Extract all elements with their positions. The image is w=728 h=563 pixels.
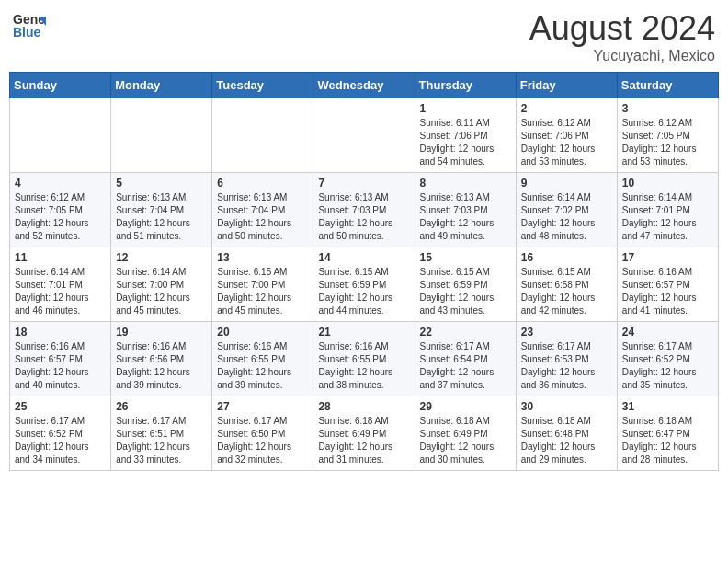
day-number: 7 — [318, 177, 409, 190]
day-info: Sunrise: 6:12 AM Sunset: 7:05 PM Dayligh… — [15, 191, 106, 243]
week-row-1: 1Sunrise: 6:11 AM Sunset: 7:06 PM Daylig… — [10, 98, 719, 173]
logo-icon: General Blue — [13, 9, 46, 46]
day-info: Sunrise: 6:13 AM Sunset: 7:03 PM Dayligh… — [318, 191, 409, 243]
column-header-friday: Friday — [516, 73, 617, 98]
day-info: Sunrise: 6:16 AM Sunset: 6:56 PM Dayligh… — [116, 340, 207, 392]
day-info: Sunrise: 6:15 AM Sunset: 6:59 PM Dayligh… — [318, 266, 409, 317]
day-number: 30 — [521, 400, 612, 413]
week-row-4: 18Sunrise: 6:16 AM Sunset: 6:57 PM Dayli… — [10, 322, 719, 396]
day-info: Sunrise: 6:15 AM Sunset: 6:59 PM Dayligh… — [420, 266, 511, 317]
calendar-cell: 6Sunrise: 6:13 AM Sunset: 7:04 PM Daylig… — [212, 173, 313, 247]
calendar-cell: 7Sunrise: 6:13 AM Sunset: 7:03 PM Daylig… — [313, 173, 415, 247]
calendar-cell: 1Sunrise: 6:11 AM Sunset: 7:06 PM Daylig… — [415, 98, 516, 173]
day-number: 18 — [15, 326, 106, 339]
week-row-5: 25Sunrise: 6:17 AM Sunset: 6:52 PM Dayli… — [10, 396, 719, 471]
calendar-cell — [10, 98, 111, 173]
day-number: 13 — [217, 251, 308, 264]
day-info: Sunrise: 6:13 AM Sunset: 7:04 PM Dayligh… — [217, 191, 308, 243]
day-info: Sunrise: 6:13 AM Sunset: 7:04 PM Dayligh… — [116, 191, 207, 243]
day-number: 20 — [217, 326, 308, 339]
calendar-cell: 24Sunrise: 6:17 AM Sunset: 6:52 PM Dayli… — [617, 322, 718, 396]
calendar-cell — [313, 98, 415, 173]
day-info: Sunrise: 6:15 AM Sunset: 6:58 PM Dayligh… — [521, 266, 612, 317]
day-number: 21 — [318, 326, 409, 339]
calendar-cell: 5Sunrise: 6:13 AM Sunset: 7:04 PM Daylig… — [111, 173, 212, 247]
calendar-cell: 14Sunrise: 6:15 AM Sunset: 6:59 PM Dayli… — [313, 247, 415, 322]
calendar-cell: 26Sunrise: 6:17 AM Sunset: 6:51 PM Dayli… — [111, 396, 212, 471]
day-number: 5 — [116, 177, 207, 190]
calendar-cell: 10Sunrise: 6:14 AM Sunset: 7:01 PM Dayli… — [617, 173, 718, 247]
calendar-cell: 25Sunrise: 6:17 AM Sunset: 6:52 PM Dayli… — [10, 396, 111, 471]
day-info: Sunrise: 6:14 AM Sunset: 7:02 PM Dayligh… — [521, 191, 612, 243]
day-info: Sunrise: 6:18 AM Sunset: 6:47 PM Dayligh… — [622, 415, 713, 466]
day-info: Sunrise: 6:12 AM Sunset: 7:06 PM Dayligh… — [521, 117, 612, 168]
day-number: 24 — [622, 326, 713, 339]
day-number: 25 — [15, 400, 106, 413]
day-info: Sunrise: 6:18 AM Sunset: 6:49 PM Dayligh… — [318, 415, 409, 466]
calendar-cell: 13Sunrise: 6:15 AM Sunset: 7:00 PM Dayli… — [212, 247, 313, 322]
column-header-saturday: Saturday — [617, 73, 718, 98]
day-info: Sunrise: 6:18 AM Sunset: 6:49 PM Dayligh… — [420, 415, 511, 466]
day-number: 31 — [622, 400, 713, 413]
day-number: 15 — [420, 251, 511, 264]
day-info: Sunrise: 6:17 AM Sunset: 6:51 PM Dayligh… — [116, 415, 207, 466]
calendar-cell: 8Sunrise: 6:13 AM Sunset: 7:03 PM Daylig… — [415, 173, 516, 247]
logo: General Blue — [13, 9, 46, 46]
column-header-thursday: Thursday — [415, 73, 516, 98]
calendar-cell: 28Sunrise: 6:18 AM Sunset: 6:49 PM Dayli… — [313, 396, 415, 471]
day-number: 28 — [318, 400, 409, 413]
day-number: 9 — [521, 177, 612, 190]
calendar-cell: 27Sunrise: 6:17 AM Sunset: 6:50 PM Dayli… — [212, 396, 313, 471]
day-info: Sunrise: 6:16 AM Sunset: 6:57 PM Dayligh… — [15, 340, 106, 392]
column-header-wednesday: Wednesday — [313, 73, 415, 98]
calendar-cell: 9Sunrise: 6:14 AM Sunset: 7:02 PM Daylig… — [516, 173, 617, 247]
day-info: Sunrise: 6:14 AM Sunset: 7:00 PM Dayligh… — [116, 266, 207, 317]
calendar-header-row: SundayMondayTuesdayWednesdayThursdayFrid… — [10, 73, 719, 98]
calendar-cell: 12Sunrise: 6:14 AM Sunset: 7:00 PM Dayli… — [111, 247, 212, 322]
day-number: 26 — [116, 400, 207, 413]
calendar-cell: 3Sunrise: 6:12 AM Sunset: 7:05 PM Daylig… — [617, 98, 718, 173]
calendar-cell: 29Sunrise: 6:18 AM Sunset: 6:49 PM Dayli… — [415, 396, 516, 471]
day-info: Sunrise: 6:11 AM Sunset: 7:06 PM Dayligh… — [420, 117, 511, 168]
calendar-cell: 15Sunrise: 6:15 AM Sunset: 6:59 PM Dayli… — [415, 247, 516, 322]
day-number: 22 — [420, 326, 511, 339]
column-header-sunday: Sunday — [10, 73, 111, 98]
calendar-cell: 23Sunrise: 6:17 AM Sunset: 6:53 PM Dayli… — [516, 322, 617, 396]
day-info: Sunrise: 6:14 AM Sunset: 7:01 PM Dayligh… — [15, 266, 106, 317]
day-info: Sunrise: 6:17 AM Sunset: 6:52 PM Dayligh… — [15, 415, 106, 466]
page-header: General Blue August 2024 Yucuyachi, Mexi… — [9, 9, 719, 64]
day-number: 2 — [521, 102, 612, 115]
week-row-3: 11Sunrise: 6:14 AM Sunset: 7:01 PM Dayli… — [10, 247, 719, 322]
day-number: 6 — [217, 177, 308, 190]
day-number: 14 — [318, 251, 409, 264]
month-year: August 2024 — [529, 9, 715, 48]
day-number: 23 — [521, 326, 612, 339]
day-number: 10 — [622, 177, 713, 190]
day-number: 3 — [622, 102, 713, 115]
day-info: Sunrise: 6:17 AM Sunset: 6:50 PM Dayligh… — [217, 415, 308, 466]
day-number: 27 — [217, 400, 308, 413]
column-header-tuesday: Tuesday — [212, 73, 313, 98]
day-info: Sunrise: 6:12 AM Sunset: 7:05 PM Dayligh… — [622, 117, 713, 168]
day-info: Sunrise: 6:16 AM Sunset: 6:57 PM Dayligh… — [622, 266, 713, 317]
day-number: 8 — [420, 177, 511, 190]
location: Yucuyachi, Mexico — [529, 48, 715, 64]
day-info: Sunrise: 6:15 AM Sunset: 7:00 PM Dayligh… — [217, 266, 308, 317]
day-info: Sunrise: 6:14 AM Sunset: 7:01 PM Dayligh… — [622, 191, 713, 243]
calendar-cell: 11Sunrise: 6:14 AM Sunset: 7:01 PM Dayli… — [10, 247, 111, 322]
calendar-cell: 31Sunrise: 6:18 AM Sunset: 6:47 PM Dayli… — [617, 396, 718, 471]
column-header-monday: Monday — [111, 73, 212, 98]
calendar-cell: 4Sunrise: 6:12 AM Sunset: 7:05 PM Daylig… — [10, 173, 111, 247]
day-number: 17 — [622, 251, 713, 264]
calendar-cell: 2Sunrise: 6:12 AM Sunset: 7:06 PM Daylig… — [516, 98, 617, 173]
day-number: 29 — [420, 400, 511, 413]
day-info: Sunrise: 6:17 AM Sunset: 6:53 PM Dayligh… — [521, 340, 612, 392]
day-info: Sunrise: 6:17 AM Sunset: 6:54 PM Dayligh… — [420, 340, 511, 392]
calendar-cell: 21Sunrise: 6:16 AM Sunset: 6:55 PM Dayli… — [313, 322, 415, 396]
day-info: Sunrise: 6:16 AM Sunset: 6:55 PM Dayligh… — [318, 340, 409, 392]
week-row-2: 4Sunrise: 6:12 AM Sunset: 7:05 PM Daylig… — [10, 173, 719, 247]
calendar-table: SundayMondayTuesdayWednesdayThursdayFrid… — [9, 72, 719, 471]
day-number: 1 — [420, 102, 511, 115]
calendar-cell: 20Sunrise: 6:16 AM Sunset: 6:55 PM Dayli… — [212, 322, 313, 396]
day-number: 19 — [116, 326, 207, 339]
